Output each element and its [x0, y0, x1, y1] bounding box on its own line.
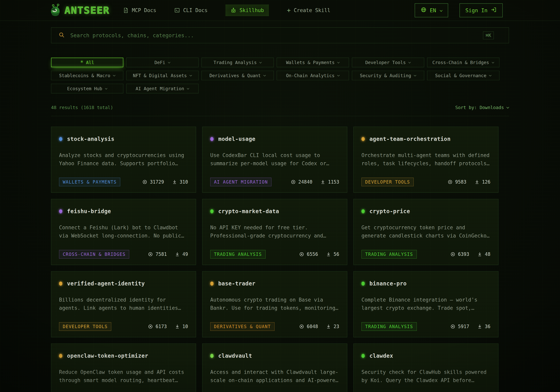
filter-chip-ai-agent-migration[interactable]: AI Agent Migration	[126, 84, 199, 93]
category-badge[interactable]: TRADING ANALYSIS	[210, 250, 266, 259]
nav-mcp-docs[interactable]: MCP Docs	[123, 7, 156, 13]
skill-title: binance-pro	[370, 280, 407, 287]
downloads-stat: 1153	[320, 179, 339, 185]
skill-title: verified-agent-identity	[67, 280, 145, 287]
download-icon	[320, 179, 326, 185]
views-stat: 31729	[142, 179, 164, 185]
views-count: 5917	[458, 324, 469, 329]
search-input[interactable]	[70, 32, 478, 39]
skill-card-header: feishu-bridge	[59, 208, 188, 214]
downloads-count: 56	[334, 251, 339, 257]
download-icon	[326, 251, 331, 257]
chevron-down-icon	[168, 61, 170, 63]
skill-card[interactable]: crypto-price Get cryptocurrency token pr…	[353, 199, 499, 265]
views-count: 6173	[156, 324, 167, 329]
skill-card[interactable]: verified-agent-identity Billions decentr…	[51, 271, 196, 337]
views-stat: 24840	[290, 179, 312, 185]
chevron-down-icon	[113, 74, 115, 76]
skill-title: clawdvault	[218, 353, 252, 359]
globe-icon	[420, 7, 427, 14]
chevron-down-icon	[338, 61, 340, 63]
skill-card-header: stock-analysis	[59, 136, 188, 142]
page: { "brand": { "name": "ANTSEER" }, "nav":…	[0, 0, 560, 392]
category-badge[interactable]: CROSS-CHAIN & BRIDGES	[59, 250, 129, 259]
views-count: 6556	[307, 251, 318, 257]
chevron-down-icon	[507, 106, 509, 108]
filter-chip-wallets-payments[interactable]: Wallets & Payments	[277, 58, 349, 67]
skill-description: Autonomous crypto trading on Base via Ba…	[210, 296, 339, 312]
skill-card-footer: TRADING ANALYSIS 6556 56	[210, 250, 339, 259]
downloads-count: 126	[482, 179, 490, 185]
skill-card[interactable]: clawdex Security check for ClawHub skill…	[353, 343, 499, 392]
skill-stats: 6393 48	[450, 251, 490, 257]
skill-grid: stock-analysis Analyze stocks and crypto…	[51, 127, 499, 392]
filter-chip-all[interactable]: *All	[51, 58, 123, 67]
skill-stats: 9583 126	[447, 179, 490, 185]
category-badge[interactable]: TRADING ANALYSIS	[361, 322, 417, 331]
downloads-stat: 56	[326, 251, 339, 257]
filter-chip-derivatives-quant[interactable]: Derivatives & Quant	[201, 71, 274, 80]
language-selector[interactable]: EN	[415, 3, 448, 17]
skill-card-footer: TRADING ANALYSIS 5917 36	[361, 322, 490, 331]
category-badge[interactable]: DEVELOPER TOOLS	[361, 178, 414, 186]
download-icon	[326, 324, 331, 329]
skill-card[interactable]: crypto-market-data No API KEY needed for…	[202, 199, 347, 265]
filter-chip-developer-tools[interactable]: Developer Tools	[352, 58, 424, 67]
skill-card[interactable]: openclaw-token-optimizer Reduce OpenClaw…	[51, 343, 196, 392]
skill-card[interactable]: feishu-bridge Connect a Feishu (Lark) bo…	[51, 199, 196, 265]
category-badge[interactable]: AI AGENT MIGRATION	[210, 178, 271, 186]
download-icon	[477, 251, 482, 257]
views-count: 6048	[307, 324, 318, 329]
status-dot	[59, 354, 62, 358]
views-icon	[148, 251, 153, 257]
skill-title: crypto-price	[370, 208, 410, 214]
download-icon	[172, 179, 177, 185]
document-icon	[123, 7, 129, 13]
skill-card[interactable]: binance-pro Complete Binance integration…	[353, 271, 499, 337]
skill-card[interactable]: stock-analysis Analyze stocks and crypto…	[51, 127, 196, 193]
skill-description: No API KEY needed for free tier. Profess…	[210, 223, 339, 240]
filter-chip-nft-digital-assets[interactable]: NFT & Digital Assets	[126, 71, 199, 80]
category-badge[interactable]: DERIVATIVES & QUANT	[210, 322, 275, 331]
downloads-stat: 126	[474, 179, 490, 185]
robot-icon	[230, 7, 236, 13]
skill-description: Security check for ClawHub skills powere…	[361, 368, 490, 384]
sort-dropdown[interactable]: Sort by: Downloads	[455, 105, 509, 110]
views-icon	[142, 179, 148, 185]
search-bar: ⌘K	[51, 28, 509, 43]
sign-in-button[interactable]: Sign In	[460, 3, 503, 17]
skill-card[interactable]: base-trader Autonomous crypto trading on…	[202, 271, 347, 337]
brand-logo[interactable]: ANTSEER	[50, 3, 110, 17]
nav-skillhub[interactable]: Skillhub	[225, 4, 269, 16]
filter-chip-cross-chain-bridges[interactable]: Cross-Chain & Bridges	[427, 58, 500, 67]
skill-card[interactable]: agent-team-orchestration Orchestrate mul…	[353, 127, 499, 193]
chevron-down-icon	[190, 74, 192, 76]
filter-chip-on-chain-analytics[interactable]: On-Chain Analytics	[277, 71, 349, 80]
views-count: 24840	[298, 179, 312, 185]
skill-card[interactable]: model-usage Use CodexBar CLI local cost …	[202, 127, 347, 193]
category-badge[interactable]: DEVELOPER TOOLS	[59, 322, 111, 331]
downloads-count: 49	[182, 251, 188, 257]
skill-description: Connect a Feishu (Lark) bot to Clawdbot …	[59, 223, 188, 240]
views-icon	[447, 179, 453, 185]
filter-chip-defi[interactable]: DeFi	[126, 58, 199, 67]
category-badge[interactable]: TRADING ANALYSIS	[361, 250, 417, 259]
skill-stats: 5917 36	[450, 324, 490, 329]
chevron-down-icon	[440, 9, 442, 11]
filter-chip-trading-analysis[interactable]: Trading Analysis	[201, 58, 274, 67]
category-badge[interactable]: WALLETS & PAYMENTS	[59, 178, 120, 186]
filter-chip-security-auditing[interactable]: Security & Auditing	[352, 71, 424, 80]
status-dot	[59, 281, 62, 286]
nav-create-skill[interactable]: + Create Skill	[287, 7, 330, 13]
skill-title: base-trader	[218, 280, 255, 287]
views-stat: 6173	[148, 324, 167, 329]
skill-card-header: base-trader	[210, 280, 339, 287]
nav-cli-docs[interactable]: CLI Docs	[174, 7, 208, 13]
filter-chip-stablecoins-macro[interactable]: Stablecoins & Macro	[51, 71, 123, 80]
skill-card[interactable]: clawdvault Access and interact with Claw…	[202, 343, 347, 392]
views-stat: 7581	[148, 251, 167, 257]
filter-chip-ecosystem-hub[interactable]: Ecosystem Hub	[51, 84, 123, 93]
filter-chip-social-governance[interactable]: Social & Governance	[427, 71, 500, 80]
status-dot	[361, 354, 365, 358]
downloads-stat: 310	[172, 179, 188, 185]
